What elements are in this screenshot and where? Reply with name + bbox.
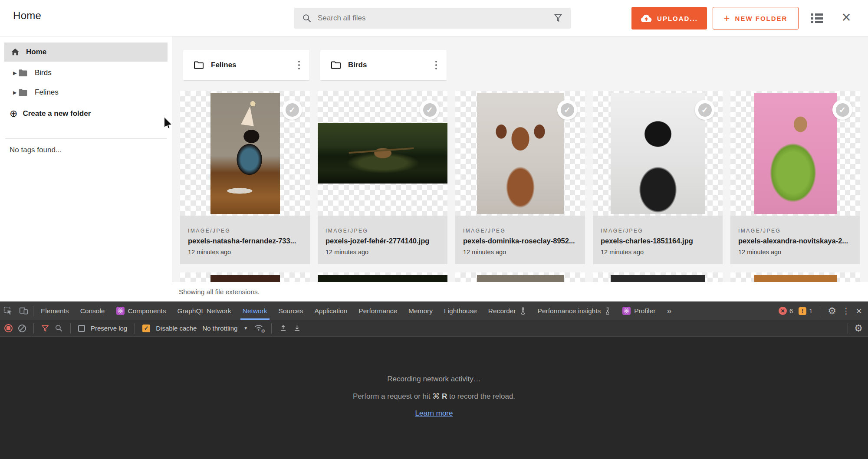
tab-label: Performance bbox=[358, 307, 397, 315]
close-devtools-icon[interactable]: × bbox=[856, 306, 862, 316]
disable-cache-checkbox[interactable]: ✓ bbox=[142, 325, 150, 332]
device-toolbar-icon[interactable] bbox=[16, 302, 31, 320]
file-name: pexels-alexandra-novitskaya-2... bbox=[738, 237, 852, 245]
file-thumbnail bbox=[611, 93, 705, 214]
folder-icon bbox=[18, 69, 28, 77]
create-new-folder-label: Create a new folder bbox=[23, 109, 91, 118]
select-checkmark-icon[interactable]: ✓ bbox=[282, 100, 302, 120]
page-title: Home bbox=[13, 10, 41, 22]
folder-card-felines[interactable]: Felines bbox=[183, 50, 309, 80]
folder-icon bbox=[18, 89, 28, 96]
search-placeholder: Search all files bbox=[318, 14, 553, 23]
sidebar-item-felines[interactable]: ▶ Felines bbox=[0, 85, 172, 100]
upload-button-label: UPLOAD... bbox=[657, 15, 698, 22]
tab-components[interactable]: Components bbox=[111, 302, 172, 320]
inspect-element-icon[interactable] bbox=[0, 302, 16, 320]
tab-application[interactable]: Application bbox=[309, 302, 353, 320]
tab-graphql-network[interactable]: GraphQL Network bbox=[171, 302, 237, 320]
search-input[interactable]: Search all files bbox=[294, 8, 571, 29]
home-icon bbox=[10, 47, 20, 57]
tab-lighthouse[interactable]: Lighthouse bbox=[438, 302, 483, 320]
tab-profiler[interactable]: Profiler bbox=[617, 302, 661, 320]
devtools-tabbar: Elements Console Components GraphQL Netw… bbox=[0, 302, 868, 320]
tab-sources[interactable]: Sources bbox=[273, 302, 309, 320]
toolbar-divider bbox=[271, 323, 272, 334]
kebab-menu-icon[interactable] bbox=[296, 59, 302, 71]
react-icon bbox=[622, 307, 631, 315]
record-network-icon[interactable] bbox=[4, 324, 13, 332]
file-thumbnail bbox=[318, 123, 447, 184]
file-card[interactable]: ✓ IMAGE/JPEG pexels-alexandra-novitskaya… bbox=[730, 91, 860, 264]
select-checkmark-icon[interactable]: ✓ bbox=[557, 100, 577, 120]
file-card[interactable] bbox=[730, 272, 860, 283]
search-icon[interactable] bbox=[55, 324, 63, 332]
network-settings-gear-icon[interactable]: ⚙ bbox=[854, 324, 863, 333]
tab-elements[interactable]: Elements bbox=[35, 302, 75, 320]
cmd-key-glyph: ⌘ bbox=[432, 392, 440, 400]
settings-gear-icon[interactable]: ⚙ bbox=[828, 306, 836, 316]
sidebar-item-birds[interactable]: ▶ Birds bbox=[0, 65, 172, 81]
toolbar-divider bbox=[33, 306, 33, 316]
create-new-folder-button[interactable]: ⊕ Create a new folder bbox=[10, 106, 91, 121]
tab-network[interactable]: Network bbox=[237, 302, 273, 320]
file-card[interactable] bbox=[455, 272, 585, 283]
file-card[interactable] bbox=[593, 272, 723, 283]
file-card[interactable]: ✓ IMAGE/JPEG pexels-charles-1851164.jpg … bbox=[593, 91, 723, 264]
file-card[interactable] bbox=[180, 272, 310, 283]
upload-button[interactable]: UPLOAD... bbox=[631, 7, 707, 30]
error-badge-icon[interactable]: ✕ bbox=[779, 307, 787, 315]
sidebar-item-home[interactable]: Home bbox=[4, 43, 168, 62]
network-toolbar: Preserve log ✓ Disable cache No throttli… bbox=[0, 320, 868, 337]
clear-network-icon[interactable] bbox=[18, 325, 26, 332]
flask-icon bbox=[604, 307, 611, 315]
file-card[interactable] bbox=[318, 272, 447, 283]
chevron-right-icon[interactable]: ▶ bbox=[13, 70, 18, 76]
tab-performance[interactable]: Performance bbox=[353, 302, 403, 320]
tab-label: Recorder bbox=[488, 307, 516, 315]
kebab-menu-icon[interactable]: ⋮ bbox=[842, 307, 850, 315]
search-icon bbox=[302, 13, 312, 23]
file-type-label: IMAGE/JPEG bbox=[188, 228, 302, 234]
kebab-menu-icon[interactable] bbox=[434, 59, 439, 71]
select-checkmark-icon[interactable]: ✓ bbox=[420, 100, 440, 120]
tab-label: Profiler bbox=[634, 307, 655, 315]
tab-label: Console bbox=[80, 307, 105, 315]
list-view-toggle-icon[interactable] bbox=[811, 13, 823, 23]
preserve-log-checkbox[interactable] bbox=[78, 325, 85, 332]
more-tabs-icon[interactable]: » bbox=[661, 302, 677, 320]
tab-console[interactable]: Console bbox=[75, 302, 111, 320]
filter-icon[interactable] bbox=[41, 325, 49, 332]
new-folder-button[interactable]: + NEW FOLDER bbox=[713, 7, 799, 30]
disable-cache-label[interactable]: Disable cache bbox=[156, 325, 197, 332]
toolbar-divider bbox=[820, 306, 820, 316]
folder-card-birds[interactable]: Birds bbox=[320, 50, 447, 80]
chevron-right-icon[interactable]: ▶ bbox=[13, 90, 18, 95]
folder-outline-icon bbox=[194, 61, 204, 69]
export-har-icon[interactable] bbox=[293, 324, 301, 332]
chevron-double-icon: » bbox=[667, 306, 671, 316]
gear-icon: ⚙ bbox=[261, 328, 265, 334]
file-card-footer: IMAGE/JPEG pexels-jozef-fehér-2774140.jp… bbox=[318, 216, 447, 264]
file-card[interactable]: ✓ IMAGE/JPEG pexels-jozef-fehér-2774140.… bbox=[318, 91, 447, 264]
file-card[interactable]: ✓ IMAGE/JPEG pexels-natasha-fernandez-73… bbox=[180, 91, 310, 264]
warning-badge-icon[interactable]: ! bbox=[799, 307, 806, 315]
select-checkmark-icon[interactable]: ✓ bbox=[832, 100, 852, 120]
file-timestamp: 12 minutes ago bbox=[326, 249, 440, 256]
toolbar-divider bbox=[848, 323, 848, 334]
throttling-select[interactable]: No throttling ▼ bbox=[202, 325, 248, 332]
tab-recorder[interactable]: Recorder bbox=[483, 302, 532, 320]
file-thumbnail bbox=[754, 93, 837, 214]
file-type-label: IMAGE/JPEG bbox=[601, 228, 715, 234]
import-har-icon[interactable] bbox=[279, 324, 287, 332]
learn-more-link[interactable]: Learn more bbox=[415, 409, 453, 418]
plus-icon: + bbox=[724, 12, 731, 24]
tab-performance-insights[interactable]: Performance insights bbox=[532, 302, 617, 320]
preserve-log-label[interactable]: Preserve log bbox=[91, 325, 127, 332]
react-icon bbox=[116, 307, 125, 315]
network-conditions-icon[interactable]: ⚙ bbox=[253, 324, 264, 333]
close-icon[interactable]: × bbox=[838, 7, 855, 28]
tab-memory[interactable]: Memory bbox=[403, 302, 438, 320]
select-checkmark-icon[interactable]: ✓ bbox=[695, 100, 715, 120]
filter-icon[interactable] bbox=[553, 13, 563, 23]
file-card[interactable]: ✓ IMAGE/JPEG pexels-dominika-roseclay-89… bbox=[455, 91, 585, 264]
